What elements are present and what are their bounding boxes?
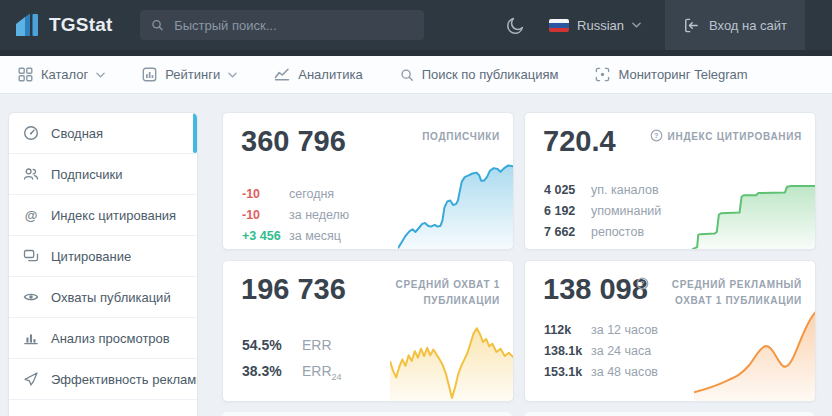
menu-label: Поиск по публикациям (422, 67, 559, 82)
stat-label: ERR (302, 337, 332, 353)
login-icon (683, 17, 700, 34)
analytics-icon (274, 67, 290, 82)
stat-row: -10 за неделю (242, 208, 349, 229)
grid-icon (18, 67, 33, 82)
channel-sidebar: Сводная Подписчики @ Индекс цитирования … (8, 112, 198, 416)
gauge-icon (23, 125, 39, 141)
ad-reach-stats: 112k за 12 часов 138.1k за 24 часа 153.1… (544, 323, 658, 386)
stat-label: за неделю (289, 208, 349, 222)
stat-row: 153.1k за 48 часов (544, 365, 658, 386)
stat-value: 112k (544, 323, 591, 337)
average-ad-reach-card: 138 098 ? СРЕДНИЙ РЕКЛАМНЫЙ ОХВАТ 1 ПУБЛ… (524, 260, 816, 402)
stat-value: 7 662 (544, 225, 591, 239)
chevron-down-icon (228, 72, 237, 78)
svg-text:?: ? (640, 279, 645, 288)
svg-text:?: ? (653, 131, 658, 140)
stat-row: 38.3% ERR24 (242, 363, 342, 389)
stat-value: 6 192 (544, 204, 591, 218)
tgstat-logo[interactable]: TGStat (0, 12, 112, 38)
search-icon (151, 18, 164, 32)
stat-row: -10 сегодня (242, 187, 349, 208)
stat-value: +3 456 (242, 229, 289, 243)
language-selector[interactable]: Russian (549, 18, 641, 33)
users-icon (23, 166, 39, 182)
citation-index-card: 720.4 ? ИНДЕКС ЦИТИРОВАНИЯ 4 025 уп. кан… (524, 112, 816, 250)
help-icon[interactable]: ? (636, 277, 649, 290)
sidebar-item-label: Индекс цитирования (51, 208, 176, 223)
chevron-down-icon (632, 22, 641, 28)
menu-item-publication-search[interactable]: Поиск по публикациям (400, 67, 559, 82)
quick-search-input[interactable] (172, 17, 413, 34)
stat-label: за 24 часа (591, 344, 651, 358)
average-reach-value: 196 736 (241, 273, 346, 306)
stat-value: 38.3% (242, 363, 302, 379)
reach-stats: 54.5% ERR 38.3% ERR24 (242, 337, 342, 389)
subscribers-card: 360 796 ПОДПИСЧИКИ -10 сегодня -10 за не… (222, 112, 514, 250)
stat-value: 4 025 (544, 183, 591, 197)
stat-label: ERR24 (302, 363, 342, 382)
plane-icon (23, 371, 39, 387)
reach-sparkline-chart (390, 320, 514, 402)
stat-label: за 12 часов (591, 323, 658, 337)
stat-row: 6 192 упоминаний (544, 204, 661, 225)
ad-reach-sparkline-chart (694, 306, 816, 402)
menu-item-ratings[interactable]: Рейтинги (142, 67, 237, 82)
menu-item-analytics[interactable]: Аналитика (274, 67, 362, 82)
stat-value: 138.1k (544, 344, 591, 358)
main-menu: Каталог Рейтинги Аналитика Поиск по публ… (0, 56, 832, 94)
sidebar-item-label: Цитирование (51, 249, 131, 264)
next-row-card-hint (524, 412, 814, 416)
login-button[interactable]: Вход на сайт (665, 0, 805, 50)
menu-item-catalog[interactable]: Каталог (18, 67, 105, 82)
sidebar-item-summary[interactable]: Сводная (9, 113, 197, 154)
stat-value: -10 (242, 208, 289, 222)
stat-label: репостов (591, 225, 644, 239)
stat-row: 54.5% ERR (242, 337, 342, 363)
sidebar-item-label: Анализ просмотров (51, 331, 170, 346)
sidebar-item-label: Привлечение подписчик... (51, 413, 197, 416)
stat-label: уп. каналов (591, 183, 659, 197)
sidebar-item-views-analysis[interactable]: Анализ просмотров (9, 318, 197, 359)
menu-label: Рейтинги (165, 67, 220, 82)
quick-search-box[interactable] (140, 10, 424, 40)
help-icon[interactable]: ? (650, 129, 663, 142)
stat-label: упоминаний (591, 204, 661, 218)
citation-stats: 4 025 уп. каналов 6 192 упоминаний 7 662… (544, 183, 661, 246)
sidebar-item-publication-reach[interactable]: Охваты публикаций (9, 277, 197, 318)
search-icon (400, 68, 414, 82)
tgstat-logo-icon (14, 12, 40, 38)
eye-icon (23, 289, 39, 305)
menu-label: Каталог (41, 67, 88, 82)
menu-label: Мониторинг Telegram (618, 67, 747, 82)
ad-reach-card-title: ? СРЕДНИЙ РЕКЛАМНЫЙ ОХВАТ 1 ПУБЛИКАЦИИ (636, 277, 802, 308)
sidebar-item-label: Сводная (51, 126, 103, 141)
subscribers-sparkline-chart (398, 160, 514, 250)
sidebar-item-subscriber-acquisition[interactable]: Привлечение подписчик... (9, 400, 197, 416)
next-row-card-hint (222, 412, 512, 416)
stat-value: 153.1k (544, 365, 591, 379)
subscribers-count: 360 796 (241, 125, 346, 158)
stat-label: сегодня (289, 187, 334, 201)
sidebar-item-citation-index[interactable]: @ Индекс цитирования (9, 195, 197, 236)
stat-label: за 48 часов (591, 365, 658, 379)
stat-value: -10 (242, 187, 289, 201)
navbar-right: Russian Вход на сайт (506, 0, 832, 50)
sidebar-item-ad-effectiveness[interactable]: Эффективность рекламы (9, 359, 197, 400)
stat-value: 54.5% (242, 337, 302, 353)
menu-item-telegram-monitoring[interactable]: Мониторинг Telegram (595, 67, 747, 82)
sidebar-item-citation[interactable]: Цитирование (9, 236, 197, 277)
sidebar-item-subscribers[interactable]: Подписчики (9, 154, 197, 195)
reach-card-title: СРЕДНИЙ ОХВАТ 1 ПУБЛИКАЦИИ (392, 277, 500, 308)
russia-flag-icon (549, 19, 569, 32)
sidebar-item-label: Охваты публикаций (51, 290, 171, 305)
quotes-icon (23, 248, 39, 264)
theme-toggle-button[interactable] (506, 16, 525, 35)
stat-row: 138.1k за 24 часа (544, 344, 658, 365)
at-icon: @ (23, 208, 39, 223)
menu-label: Аналитика (298, 67, 362, 82)
stat-row: 7 662 репостов (544, 225, 661, 246)
sidebar-item-label: Подписчики (51, 167, 123, 182)
chevron-down-icon (96, 72, 105, 78)
ratings-icon (142, 67, 157, 82)
citation-card-title: ? ИНДЕКС ЦИТИРОВАНИЯ (650, 129, 802, 145)
